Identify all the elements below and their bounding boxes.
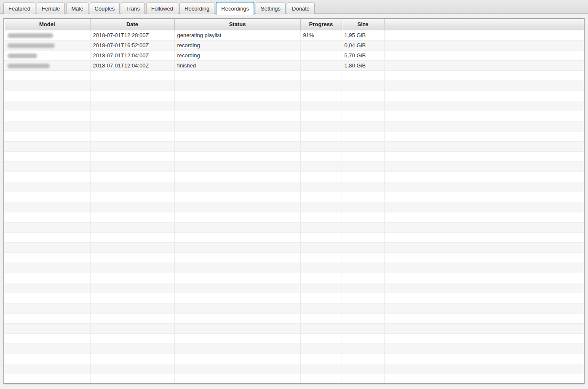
table-row[interactable] xyxy=(4,80,584,91)
table-row[interactable] xyxy=(4,131,584,141)
table-row[interactable] xyxy=(4,263,584,273)
table-row[interactable]: 2018-07-01T12:28:00Zgenerating playlist9… xyxy=(4,30,584,40)
cell-spacer xyxy=(384,101,584,111)
column-header-status[interactable]: Status xyxy=(174,19,300,30)
table-row[interactable] xyxy=(4,313,584,323)
table-row[interactable] xyxy=(4,354,584,364)
cell-spacer xyxy=(384,364,584,374)
column-header-progress[interactable]: Progress xyxy=(300,19,342,30)
table-row[interactable] xyxy=(4,70,584,80)
table-row[interactable] xyxy=(4,293,584,303)
cell-date xyxy=(90,303,174,313)
cell-model xyxy=(4,374,90,384)
table-row[interactable] xyxy=(4,303,584,313)
cell-status xyxy=(174,323,300,333)
column-header-date[interactable]: Date xyxy=(90,19,174,30)
table-row[interactable] xyxy=(4,161,584,172)
tab-female[interactable]: Female xyxy=(37,3,65,14)
cell-progress xyxy=(300,131,342,141)
table-row[interactable] xyxy=(4,343,584,354)
table-row[interactable] xyxy=(4,323,584,333)
column-header-spacer[interactable] xyxy=(384,19,584,30)
table-row[interactable]: 2018-07-01T12:04:00Zrecording5,70 GiB xyxy=(4,50,584,60)
tab-recording[interactable]: Recording xyxy=(179,3,214,14)
cell-status xyxy=(174,141,300,151)
table-row[interactable] xyxy=(4,91,584,101)
cell-size xyxy=(342,313,384,323)
cell-status xyxy=(174,222,300,232)
cell-progress xyxy=(300,252,342,263)
tab-donate[interactable]: Donate xyxy=(287,3,315,14)
cell-spacer xyxy=(384,242,584,252)
cell-size xyxy=(342,151,384,161)
table-row[interactable]: 2018-07-01T16:52:00Zrecording0,04 GiB xyxy=(4,40,584,50)
cell-date xyxy=(90,121,174,131)
cell-model xyxy=(4,91,90,101)
table-row[interactable] xyxy=(4,252,584,263)
cell-progress xyxy=(300,293,342,303)
table-row[interactable] xyxy=(4,121,584,131)
tab-settings[interactable]: Settings xyxy=(256,3,286,14)
cell-model xyxy=(4,212,90,222)
cell-progress xyxy=(300,354,342,364)
table-row[interactable] xyxy=(4,172,584,182)
cell-size xyxy=(342,131,384,141)
table-row[interactable] xyxy=(4,111,584,121)
cell-model xyxy=(4,323,90,333)
cell-status xyxy=(174,182,300,192)
tab-male[interactable]: Male xyxy=(66,3,88,14)
tab-featured[interactable]: Featured xyxy=(3,3,35,14)
table-row[interactable] xyxy=(4,283,584,293)
cell-size xyxy=(342,182,384,192)
table-row[interactable] xyxy=(4,333,584,343)
table-row[interactable]: 2018-07-01T12:04:00Zfinished1,80 GiB xyxy=(4,60,584,70)
cell-status xyxy=(174,101,300,111)
table-row[interactable] xyxy=(4,232,584,242)
cell-spacer xyxy=(384,172,584,182)
table-row[interactable] xyxy=(4,192,584,202)
cell-date xyxy=(90,111,174,121)
table-row[interactable] xyxy=(4,101,584,111)
cell-spacer xyxy=(384,273,584,283)
cell-spacer xyxy=(384,202,584,212)
cell-status xyxy=(174,252,300,263)
cell-progress xyxy=(300,263,342,273)
cell-date xyxy=(90,70,174,80)
cell-status xyxy=(174,343,300,354)
cell-model xyxy=(4,101,90,111)
tab-trans[interactable]: Trans xyxy=(121,3,145,14)
table-row[interactable] xyxy=(4,273,584,283)
table-row[interactable] xyxy=(4,151,584,161)
cell-model xyxy=(4,151,90,161)
column-header-model[interactable]: Model xyxy=(4,19,90,30)
table-row[interactable] xyxy=(4,242,584,252)
cell-model xyxy=(4,30,90,40)
tab-recordings[interactable]: Recordings xyxy=(216,2,254,15)
table-row[interactable] xyxy=(4,364,584,374)
table-row[interactable] xyxy=(4,202,584,212)
cell-model xyxy=(4,293,90,303)
cell-size xyxy=(342,303,384,313)
cell-model xyxy=(4,303,90,313)
cell-progress xyxy=(300,91,342,101)
table-row[interactable] xyxy=(4,141,584,151)
cell-progress xyxy=(300,80,342,91)
cell-date xyxy=(90,364,174,374)
cell-spacer xyxy=(384,131,584,141)
table-row[interactable] xyxy=(4,212,584,222)
cell-size xyxy=(342,293,384,303)
cell-progress xyxy=(300,101,342,111)
cell-spacer xyxy=(384,30,584,40)
cell-date xyxy=(90,172,174,182)
cell-progress: 91% xyxy=(300,30,342,40)
table-header-row: ModelDateStatusProgressSize xyxy=(4,19,584,30)
cell-progress xyxy=(300,303,342,313)
tab-couples[interactable]: Couples xyxy=(90,3,120,14)
table-row[interactable] xyxy=(4,222,584,232)
tab-followed[interactable]: Followed xyxy=(146,3,178,14)
cell-spacer xyxy=(384,192,584,202)
table-row[interactable] xyxy=(4,374,584,384)
table-row[interactable] xyxy=(4,182,584,192)
cell-model xyxy=(4,242,90,252)
column-header-size[interactable]: Size xyxy=(342,19,384,30)
